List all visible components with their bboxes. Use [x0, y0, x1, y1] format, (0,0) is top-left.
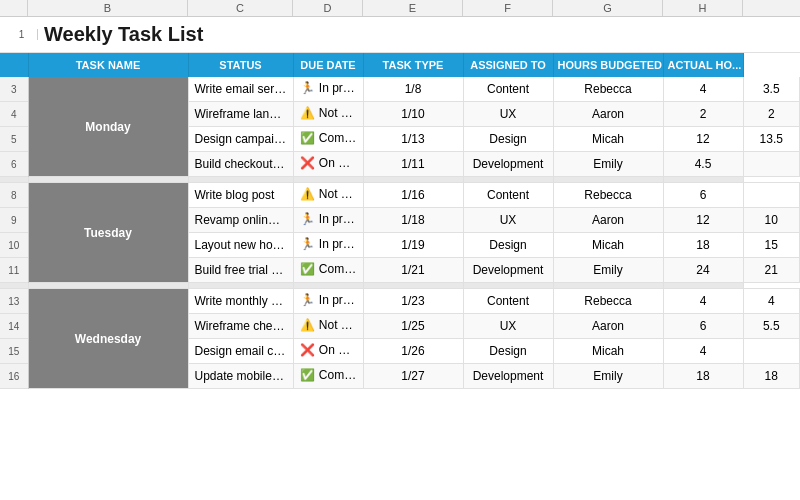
row-number: 5	[0, 127, 28, 152]
task-type-cell: UX	[463, 208, 553, 233]
task-name-cell: Write blog post	[188, 183, 293, 208]
task-name-cell: Update mobile app	[188, 364, 293, 389]
task-name-cell: Write email series	[188, 77, 293, 102]
task-hours-budgeted-cell: 18	[663, 364, 743, 389]
task-type-cell: Content	[463, 77, 553, 102]
task-assigned-cell: Emily	[553, 364, 663, 389]
header-task-type: TASK TYPE	[363, 53, 463, 77]
task-name-cell: Layout new homepage	[188, 233, 293, 258]
task-assigned-cell: Emily	[553, 152, 663, 177]
task-status-cell: ✅ Complete	[293, 258, 363, 283]
task-actual-hours-cell: 10	[743, 208, 800, 233]
task-status-cell: 🏃 In progress	[293, 77, 363, 102]
table-header-row: TASK NAME STATUS DUE DATE TASK TYPE ASSI…	[0, 53, 800, 77]
task-actual-hours-cell	[743, 339, 800, 364]
column-letters-row: B C D E F G H	[0, 0, 800, 17]
task-type-cell: UX	[463, 314, 553, 339]
task-name-cell: Design campaign board	[188, 127, 293, 152]
task-type-cell: Content	[463, 183, 553, 208]
row-number: 14	[0, 314, 28, 339]
header-hours-budgeted: HOURS BUDGETED	[553, 53, 663, 77]
col-letter-b: B	[28, 0, 188, 16]
task-due-date-cell: 1/19	[363, 233, 463, 258]
task-hours-budgeted-cell: 12	[663, 208, 743, 233]
task-table: TASK NAME STATUS DUE DATE TASK TYPE ASSI…	[0, 53, 800, 389]
task-type-cell: Development	[463, 152, 553, 177]
row-number: 9	[0, 208, 28, 233]
day-label-monday: Monday	[28, 77, 188, 177]
task-status-cell: ❌ On hold	[293, 339, 363, 364]
row-number: 3	[0, 77, 28, 102]
task-status-cell: ✅ Complete	[293, 364, 363, 389]
task-assigned-cell: Emily	[553, 258, 663, 283]
task-assigned-cell: Rebecca	[553, 289, 663, 314]
col-letter-a	[0, 0, 28, 16]
task-assigned-cell: Aaron	[553, 102, 663, 127]
task-due-date-cell: 1/16	[363, 183, 463, 208]
page-title: Weekly Task List	[44, 23, 203, 46]
task-assigned-cell: Rebecca	[553, 183, 663, 208]
title-row: 1 Weekly Task List	[0, 17, 800, 53]
task-status-cell: ❌ On hold	[293, 152, 363, 177]
header-assigned-to: ASSIGNED TO	[463, 53, 553, 77]
task-assigned-cell: Aaron	[553, 208, 663, 233]
header-due-date: DUE DATE	[293, 53, 363, 77]
task-actual-hours-cell	[743, 183, 800, 208]
row-number: 11	[0, 258, 28, 283]
task-name-cell: Wireframe landing page	[188, 102, 293, 127]
col-letter-d: D	[293, 0, 363, 16]
task-hours-budgeted-cell: 4.5	[663, 152, 743, 177]
spreadsheet: B C D E F G H 1 Weekly Task List	[0, 0, 800, 500]
task-assigned-cell: Micah	[553, 233, 663, 258]
row-number: 4	[0, 102, 28, 127]
main-table-container: TASK NAME STATUS DUE DATE TASK TYPE ASSI…	[0, 53, 800, 500]
task-status-cell: ⚠️ Not started	[293, 102, 363, 127]
row-number: 15	[0, 339, 28, 364]
task-type-cell: Content	[463, 289, 553, 314]
task-due-date-cell: 1/13	[363, 127, 463, 152]
header-row-num	[0, 53, 28, 77]
task-status-cell: ⚠️ Not started	[293, 314, 363, 339]
col-letter-g: G	[553, 0, 663, 16]
task-status-cell: 🏃 In progress	[293, 208, 363, 233]
task-status-cell: ⚠️ Not started	[293, 183, 363, 208]
task-status-cell: 🏃 In progress	[293, 233, 363, 258]
task-actual-hours-cell	[743, 152, 800, 177]
task-name-cell: Build checkout page	[188, 152, 293, 177]
task-type-cell: UX	[463, 102, 553, 127]
task-hours-budgeted-cell: 24	[663, 258, 743, 283]
task-due-date-cell: 1/23	[363, 289, 463, 314]
col-letter-c: C	[188, 0, 293, 16]
task-hours-budgeted-cell: 12	[663, 127, 743, 152]
task-assigned-cell: Micah	[553, 339, 663, 364]
task-name-cell: Build free trial form	[188, 258, 293, 283]
day-label-wednesday: Wednesday	[28, 289, 188, 389]
task-assigned-cell: Micah	[553, 127, 663, 152]
row-number: 13	[0, 289, 28, 314]
task-actual-hours-cell: 21	[743, 258, 800, 283]
task-type-cell: Design	[463, 127, 553, 152]
task-type-cell: Development	[463, 258, 553, 283]
task-actual-hours-cell: 2	[743, 102, 800, 127]
task-hours-budgeted-cell: 6	[663, 183, 743, 208]
task-actual-hours-cell: 5.5	[743, 314, 800, 339]
task-actual-hours-cell: 13.5	[743, 127, 800, 152]
task-due-date-cell: 1/18	[363, 208, 463, 233]
task-status-cell: 🏃 In progress	[293, 289, 363, 314]
task-assigned-cell: Rebecca	[553, 77, 663, 102]
row-number: 10	[0, 233, 28, 258]
task-hours-budgeted-cell: 6	[663, 314, 743, 339]
task-name-cell: Revamp online calculator	[188, 208, 293, 233]
task-actual-hours-cell: 15	[743, 233, 800, 258]
task-due-date-cell: 1/11	[363, 152, 463, 177]
table-row: 8TuesdayWrite blog post⚠️ Not started1/1…	[0, 183, 800, 208]
task-name-cell: Wireframe checkout process	[188, 314, 293, 339]
task-actual-hours-cell: 4	[743, 289, 800, 314]
row-number: 8	[0, 183, 28, 208]
row-number: 6	[0, 152, 28, 177]
task-name-cell: Design email campaign	[188, 339, 293, 364]
task-hours-budgeted-cell: 4	[663, 77, 743, 102]
col-letter-f: F	[463, 0, 553, 16]
task-due-date-cell: 1/27	[363, 364, 463, 389]
task-hours-budgeted-cell: 4	[663, 339, 743, 364]
